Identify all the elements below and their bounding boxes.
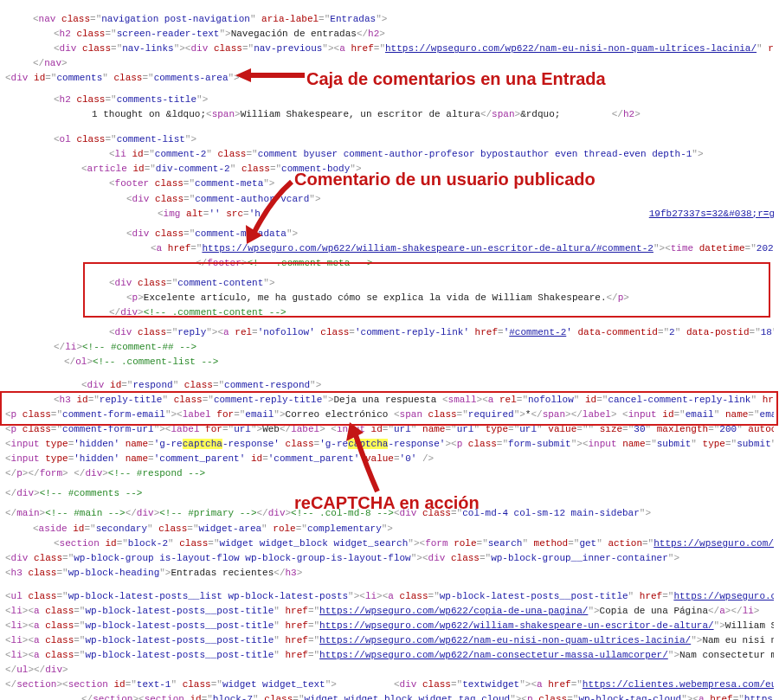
code-line: </ol><!-- .comment-list -->	[5, 355, 774, 369]
code-line: <div class="comment-metadata">	[5, 227, 774, 241]
code-line: <div class="comment-content">	[5, 276, 774, 291]
code-line: <ul class="wp-block-latest-posts__list w…	[5, 589, 774, 604]
code-line: <p>Excelente artículo, me ha gustado cóm…	[5, 291, 774, 305]
code-line: </section><section id="text-1" class="wi…	[5, 678, 774, 692]
code-line: <li id="comment-2" class="comment byuser…	[5, 147, 774, 162]
code-line: <a href="https://wpseguro.com/wp622/will…	[5, 241, 774, 256]
code-line: <div class="nav-links"><div class="nav-p…	[5, 42, 774, 56]
code-line: <h2 class="comments-title">	[5, 93, 774, 107]
code-line: <aside id="secondary" class="widget-area…	[5, 522, 774, 536]
code-line: <nav class="navigation post-navigation" …	[5, 12, 774, 27]
code-line: <p class="comment-form-url"><label for="…	[5, 422, 774, 437]
code-line: <section id="block-2" class="widget widg…	[5, 536, 774, 551]
code-line: <ol class="comment-list">	[5, 132, 774, 147]
code-line: </ul></div>	[5, 663, 774, 678]
code-line: 1 thought on &ldquo;<span>William Shakes…	[5, 107, 774, 122]
code-line: <div id="respond" class="comment-respond…	[5, 378, 774, 393]
code-line: </section><section id="block-7" class="w…	[5, 692, 774, 700]
code-line: <div class="wp-block-group is-layout-flo…	[5, 551, 774, 566]
code-line: <input type='hidden' name='g-recaptcha-r…	[5, 437, 774, 452]
code-line: </div><!-- .comment-content -->	[5, 305, 774, 320]
code-line: <li><a class="wp-block-latest-posts__pos…	[5, 619, 774, 633]
code-line: <div class="comment-author vcard">	[5, 192, 774, 207]
code-line: <h3 class="wp-block-heading">Entradas re…	[5, 566, 774, 581]
code-line: </footer><!-- .comment-meta -->	[5, 256, 774, 271]
code-line: </li><!-- #comment-## -->	[5, 340, 774, 355]
code-line: </p></form> </div><!-- #respond -->	[5, 466, 774, 481]
code-line: <img alt='' src='h 19fb27337s=32&#038;r=…	[5, 207, 774, 222]
code-line: <h3 id="reply-title" class="comment-repl…	[5, 393, 774, 408]
code-line: <h2 class="screen-reader-text">Navegació…	[5, 27, 774, 42]
annotation-recaptcha: reCAPTCHA en acción	[294, 490, 480, 517]
code-line: <p class="comment-form-email"><label for…	[5, 408, 774, 422]
code-line: <li><a class="wp-block-latest-posts__pos…	[5, 633, 774, 648]
code-line: <li><a class="wp-block-latest-posts__pos…	[5, 648, 774, 663]
annotation-published-comment: Comentario de un usuario publicado	[294, 166, 596, 193]
code-line: <li><a class="wp-block-latest-posts__pos…	[5, 604, 774, 619]
code-line: <div class="reply"><a rel='nofollow' cla…	[5, 325, 774, 340]
annotation-comments-box: Caja de comentarios en una Entrada	[306, 66, 606, 93]
code-line: <input type='hidden' name='comment_paren…	[5, 452, 774, 466]
